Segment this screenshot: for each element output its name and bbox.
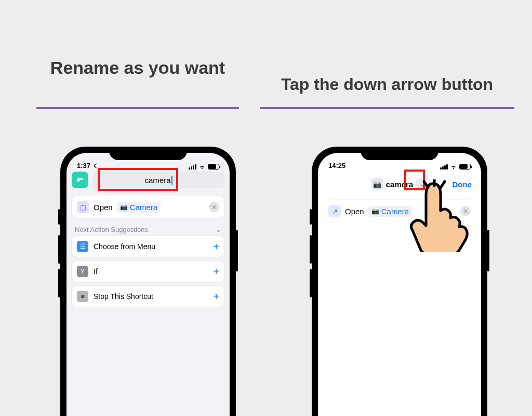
chevron-down-icon[interactable]: ⌄ xyxy=(216,226,221,233)
caption-right: Tap the down arrow button xyxy=(260,74,514,96)
action-param-text: Camera xyxy=(130,203,157,212)
action-param-chip[interactable]: 📷 Camera xyxy=(368,206,412,217)
battery-icon xyxy=(459,164,471,170)
status-time: 14:25 xyxy=(328,162,345,170)
action-label: Open xyxy=(94,203,113,212)
suggestion-label: Choose from Menu xyxy=(94,242,155,251)
camera-icon: 📷 xyxy=(120,203,128,211)
action-label: Open xyxy=(345,207,364,216)
clear-action-icon[interactable]: ✕ xyxy=(460,206,471,216)
signal-icon xyxy=(189,164,196,170)
add-suggestion-icon[interactable]: + xyxy=(213,291,219,303)
suggestion-stop[interactable]: ■ Stop This Shortcut + xyxy=(72,286,224,307)
status-bar: 14:25 xyxy=(318,153,481,171)
action-param-text: Camera xyxy=(381,207,409,216)
shortcut-titlebar: 📷 camera ⌄ Done xyxy=(318,174,481,194)
dnd-icon: ☾ xyxy=(94,163,99,169)
add-suggestion-icon[interactable]: + xyxy=(213,241,219,253)
camera-icon: 📷 xyxy=(371,207,379,215)
menu-icon: ☰ xyxy=(77,241,88,252)
phone-right-screen: 14:25 📷 camera ⌄ Done ↗ Open 📷 Camera ✕ xyxy=(318,153,481,416)
shortcut-titlebar: camera xyxy=(72,171,224,189)
add-suggestion-icon[interactable]: + xyxy=(213,266,219,278)
text-caret xyxy=(171,176,172,185)
underline-left xyxy=(36,107,239,109)
branch-icon: Y xyxy=(77,266,88,277)
suggestions-header: Next Action Suggestions ⌄ xyxy=(75,226,221,233)
suggestions-list: ☰ Choose from Menu + Y If + ■ Stop This … xyxy=(72,236,224,311)
phone-left-screen: 1:37 ☾ camera ▢ Open 📷 Camera xyxy=(66,153,230,416)
done-button[interactable]: Done xyxy=(453,180,472,189)
shortcut-icon[interactable] xyxy=(72,172,88,188)
down-arrow-button[interactable]: ⌄ xyxy=(416,178,428,190)
open-app-icon: ↗ xyxy=(328,205,341,217)
phone-right: 14:25 📷 camera ⌄ Done ↗ Open 📷 Camera ✕ xyxy=(312,147,487,416)
action-open-row[interactable]: ▢ Open 📷 Camera ✕ xyxy=(72,196,224,218)
signal-icon xyxy=(440,164,448,170)
shortcut-name-input[interactable]: camera xyxy=(92,172,224,188)
action-open-row[interactable]: ↗ Open 📷 Camera ✕ xyxy=(323,200,476,223)
suggestion-if[interactable]: Y If + xyxy=(72,261,224,282)
phone-left: 1:37 ☾ camera ▢ Open 📷 Camera xyxy=(60,147,236,416)
caption-left: Rename as you want xyxy=(36,56,239,79)
suggestion-choose-menu[interactable]: ☰ Choose from Menu + xyxy=(72,236,224,257)
suggestion-label: If xyxy=(94,267,98,276)
wifi-icon xyxy=(198,164,206,170)
suggestion-label: Stop This Shortcut xyxy=(94,292,153,301)
status-time: 1:37 xyxy=(77,162,90,170)
suggestions-header-text: Next Action Suggestions xyxy=(75,226,148,233)
shortcut-title[interactable]: camera xyxy=(386,180,414,189)
stop-icon: ■ xyxy=(77,291,88,302)
clear-action-icon[interactable]: ✕ xyxy=(209,202,219,212)
status-bar: 1:37 ☾ xyxy=(66,153,230,171)
underline-right xyxy=(260,107,514,109)
action-param-chip[interactable]: 📷 Camera xyxy=(117,202,161,213)
battery-icon xyxy=(208,164,219,170)
camera-icon: 📷 xyxy=(371,178,383,190)
wifi-icon xyxy=(450,164,457,170)
open-app-icon: ▢ xyxy=(77,201,89,213)
shortcut-name-text: camera xyxy=(144,176,170,185)
